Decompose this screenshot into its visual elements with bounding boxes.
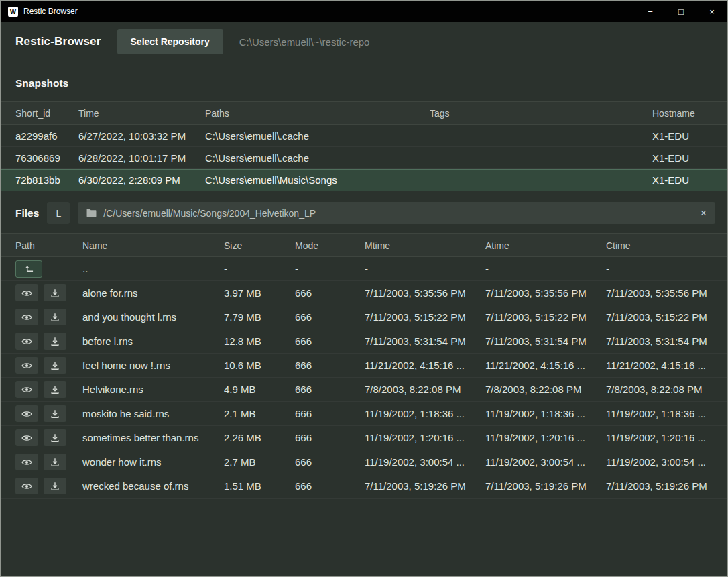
- preview-file-button[interactable]: [15, 405, 38, 422]
- file-ctime-cell: 7/11/2003, 5:15:22 PM: [606, 311, 713, 323]
- app-header: Restic-Browser Select Repository C:\User…: [1, 22, 727, 61]
- file-ctime-cell: 11/19/2002, 1:20:16 ...: [606, 432, 713, 443]
- eye-icon: [21, 410, 32, 418]
- file-atime-cell: -: [485, 263, 606, 274]
- file-actions-cell: [15, 429, 82, 446]
- preview-file-button[interactable]: [15, 309, 38, 325]
- snapshot-row[interactable]: a2299af6 6/27/2022, 10:03:32 PM C:\Users…: [1, 125, 727, 147]
- file-row[interactable]: before l.rns 12.8 MB 666 7/11/2003, 5:31…: [1, 329, 727, 354]
- snapshot-row[interactable]: 76306869 6/28/2022, 10:01:17 PM C:\Users…: [1, 147, 727, 169]
- eye-icon: [21, 482, 32, 490]
- clear-path-button[interactable]: ×: [701, 208, 707, 219]
- file-mtime-cell: 11/19/2002, 1:18:36 ...: [365, 408, 485, 419]
- download-file-button[interactable]: [44, 454, 66, 470]
- download-file-button[interactable]: [44, 405, 66, 422]
- download-file-button[interactable]: [44, 429, 66, 446]
- repository-path: C:\Users\emuell\~\restic-repo: [239, 36, 370, 48]
- download-icon: [50, 385, 60, 395]
- file-row[interactable]: Helvikone.rns 4.9 MB 666 7/8/2003, 8:22:…: [1, 378, 727, 402]
- file-name-cell: wonder how it.rns: [82, 456, 224, 468]
- column-header-hostname[interactable]: Hostname: [652, 108, 713, 119]
- download-file-button[interactable]: [44, 333, 66, 350]
- folder-icon: [86, 209, 97, 217]
- file-row[interactable]: feel home now !.rns 10.6 MB 666 11/21/20…: [1, 354, 727, 378]
- file-row[interactable]: moskito he said.rns 2.1 MB 666 11/19/200…: [1, 402, 727, 426]
- drive-select-button[interactable]: L: [47, 202, 70, 224]
- column-header-name[interactable]: Name: [82, 240, 224, 251]
- file-atime-cell: 11/19/2002, 1:18:36 ...: [485, 408, 606, 419]
- column-header-mode[interactable]: Mode: [295, 240, 365, 251]
- file-ctime-cell: 11/19/2002, 1:18:36 ...: [606, 408, 713, 419]
- file-name-cell: ..: [82, 263, 224, 274]
- column-header-ctime[interactable]: Ctime: [606, 240, 713, 251]
- file-row[interactable]: and you thought l.rns 7.79 MB 666 7/11/2…: [1, 305, 727, 329]
- file-atime-cell: 7/11/2003, 5:31:54 PM: [485, 335, 606, 347]
- file-name-cell: alone for.rns: [82, 287, 224, 299]
- eye-icon: [21, 434, 32, 442]
- file-row[interactable]: sometimes better than.rns 2.26 MB 666 11…: [1, 426, 727, 450]
- go-up-button[interactable]: [15, 260, 42, 278]
- column-header-tags[interactable]: Tags: [430, 108, 652, 119]
- download-icon: [50, 482, 60, 491]
- column-header-size[interactable]: Size: [224, 240, 295, 251]
- preview-file-button[interactable]: [15, 333, 38, 350]
- file-name-cell: sometimes better than.rns: [82, 432, 224, 443]
- file-mode-cell: 666: [295, 384, 365, 395]
- file-size-cell: 7.79 MB: [224, 311, 295, 323]
- column-header-short-id[interactable]: Short_id: [15, 108, 78, 119]
- download-file-button[interactable]: [44, 284, 66, 301]
- maximize-button[interactable]: □: [666, 1, 696, 22]
- download-file-button[interactable]: [44, 309, 66, 325]
- file-atime-cell: 11/19/2002, 3:00:54 ...: [485, 456, 606, 468]
- column-header-paths[interactable]: Paths: [205, 108, 430, 119]
- file-mtime-cell: 7/11/2003, 5:19:26 PM: [365, 480, 485, 492]
- parent-directory-row[interactable]: .. - - - - -: [1, 257, 727, 281]
- file-atime-cell: 11/21/2002, 4:15:16 ...: [485, 360, 606, 371]
- file-actions-cell: [15, 381, 82, 398]
- file-mode-cell: 666: [295, 335, 365, 347]
- parent-actions-cell: [15, 260, 82, 278]
- download-icon: [50, 313, 60, 322]
- preview-file-button[interactable]: [15, 357, 38, 374]
- snapshot-paths-cell: C:\Users\emuell\.cache: [205, 152, 430, 164]
- preview-file-button[interactable]: [15, 381, 38, 398]
- download-file-button[interactable]: [44, 478, 66, 494]
- file-mtime-cell: 11/19/2002, 3:00:54 ...: [365, 456, 485, 468]
- column-header-time[interactable]: Time: [78, 108, 205, 119]
- minimize-button[interactable]: −: [635, 1, 666, 22]
- preview-file-button[interactable]: [15, 454, 38, 470]
- window-title: Restic Browser: [23, 7, 78, 16]
- download-file-button[interactable]: [44, 381, 66, 398]
- eye-icon: [21, 337, 32, 346]
- file-row[interactable]: wrecked because of.rns 1.51 MB 666 7/11/…: [1, 474, 727, 499]
- file-atime-cell: 7/11/2003, 5:35:56 PM: [485, 287, 606, 299]
- snapshots-section-header: Snapshots: [1, 61, 727, 101]
- file-mode-cell: 666: [295, 480, 365, 492]
- snapshot-time-cell: 6/27/2022, 10:03:32 PM: [78, 130, 205, 142]
- titlebar: W Restic Browser − □ ×: [1, 1, 727, 22]
- close-button[interactable]: ×: [696, 1, 727, 22]
- file-size-cell: 2.26 MB: [224, 432, 295, 443]
- files-table-header: Path Name Size Mode Mtime Atime Ctime: [1, 233, 727, 257]
- file-name-cell: wrecked because of.rns: [82, 480, 224, 492]
- files-section-header: Files L /C/Users/emuell/Music/Songs/2004…: [1, 191, 727, 233]
- file-ctime-cell: 11/19/2002, 3:00:54 ...: [606, 456, 713, 468]
- eye-icon: [21, 386, 32, 394]
- snapshots-table-body: a2299af6 6/27/2022, 10:03:32 PM C:\Users…: [1, 125, 727, 191]
- column-header-mtime[interactable]: Mtime: [365, 240, 485, 251]
- preview-file-button[interactable]: [15, 478, 38, 494]
- file-row[interactable]: wonder how it.rns 2.7 MB 666 11/19/2002,…: [1, 450, 727, 474]
- file-path-input[interactable]: /C/Users/emuell/Music/Songs/2004_Helveti…: [78, 202, 715, 224]
- file-atime-cell: 7/8/2003, 8:22:08 PM: [485, 384, 606, 395]
- file-mtime-cell: 7/11/2003, 5:31:54 PM: [365, 335, 485, 347]
- snapshot-row[interactable]: 72b813bb 6/30/2022, 2:28:09 PM C:\Users\…: [1, 169, 727, 191]
- level-up-icon: [24, 264, 34, 273]
- preview-file-button[interactable]: [15, 284, 38, 301]
- download-file-button[interactable]: [44, 357, 66, 374]
- preview-file-button[interactable]: [15, 429, 38, 446]
- file-row[interactable]: alone for.rns 3.97 MB 666 7/11/2003, 5:3…: [1, 281, 727, 305]
- column-header-path[interactable]: Path: [15, 240, 82, 251]
- column-header-atime[interactable]: Atime: [485, 240, 606, 251]
- select-repository-button[interactable]: Select Repository: [117, 29, 223, 54]
- eye-icon: [21, 289, 32, 297]
